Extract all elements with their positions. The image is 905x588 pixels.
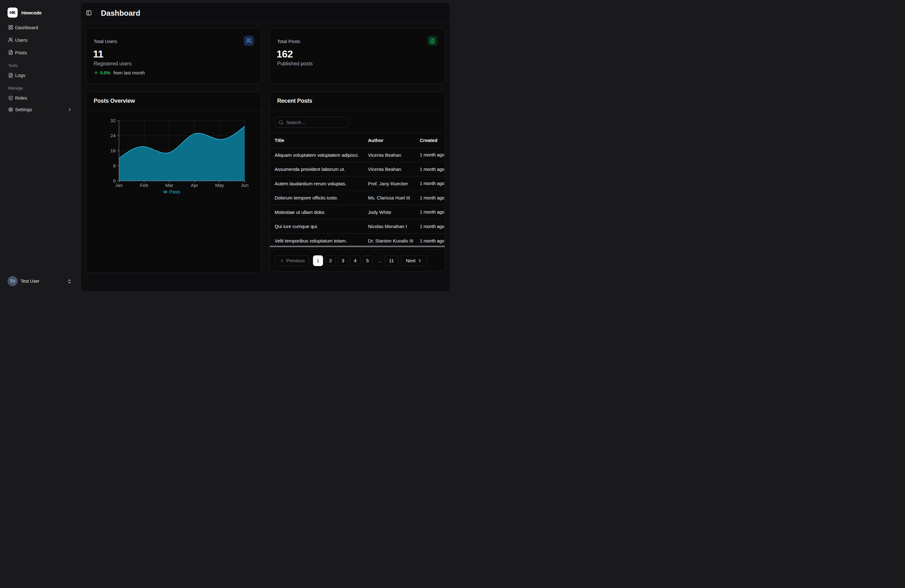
svg-text:May: May (215, 182, 224, 188)
svg-text:Feb: Feb (140, 182, 148, 188)
svg-text:Posts: Posts (169, 189, 180, 194)
svg-text:Mar: Mar (165, 182, 173, 188)
svg-text:8: 8 (113, 163, 116, 168)
svg-text:Jun: Jun (241, 182, 249, 188)
svg-text:24: 24 (110, 133, 116, 138)
svg-text:Jan: Jan (115, 182, 123, 188)
svg-text:Apr: Apr (191, 182, 198, 188)
svg-text:16: 16 (110, 148, 116, 153)
svg-text:32: 32 (110, 118, 116, 123)
